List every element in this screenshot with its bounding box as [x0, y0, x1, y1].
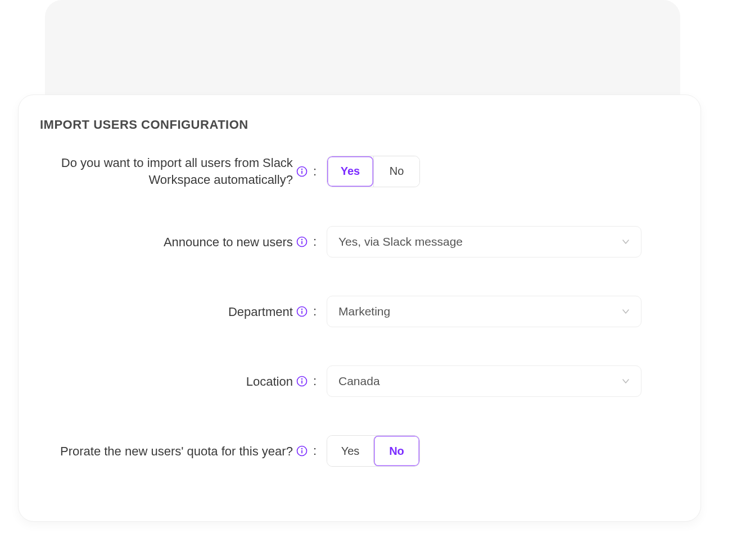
import-users-config-card: IMPORT USERS CONFIGURATION Do you want t… — [18, 94, 701, 522]
label-col: Announce to new users : — [40, 234, 327, 251]
prorate-no-button[interactable]: No — [373, 436, 419, 466]
row-announce: Announce to new users : Yes, via Slack m… — [40, 226, 674, 258]
department-label: Department — [228, 304, 293, 320]
svg-rect-14 — [301, 450, 302, 454]
location-select-value: Canada — [338, 374, 380, 388]
announce-select-value: Yes, via Slack message — [338, 235, 463, 249]
row-location: Location : Canada — [40, 365, 674, 397]
location-label: Location — [246, 373, 293, 390]
row-prorate: Prorate the new users' quota for this ye… — [40, 435, 674, 467]
label-col: Location : — [40, 373, 327, 390]
prorate-yes-button[interactable]: Yes — [327, 436, 373, 466]
svg-rect-2 — [301, 170, 302, 174]
import-auto-yes-button[interactable]: Yes — [327, 156, 373, 187]
form-rows: Do you want to import all users from Sla… — [40, 155, 674, 467]
label-col: Prorate the new users' quota for this ye… — [40, 443, 327, 460]
row-department: Department : Marketing — [40, 296, 674, 327]
svg-point-7 — [301, 309, 302, 310]
import-auto-toggle: Yes No — [327, 156, 420, 187]
svg-point-4 — [301, 239, 302, 240]
control-col: Yes No — [327, 435, 674, 467]
colon: : — [313, 374, 317, 389]
svg-rect-11 — [301, 381, 302, 384]
control-col: Yes No — [327, 156, 674, 187]
announce-select[interactable]: Yes, via Slack message — [327, 226, 641, 258]
svg-point-10 — [301, 378, 302, 380]
info-icon[interactable] — [296, 236, 308, 247]
chevron-down-icon — [622, 308, 630, 315]
info-icon[interactable] — [296, 306, 308, 317]
svg-point-1 — [301, 168, 302, 169]
import-auto-label: Do you want to import all users from Sla… — [46, 155, 293, 188]
svg-rect-8 — [301, 311, 302, 314]
info-icon[interactable] — [296, 445, 308, 457]
info-icon[interactable] — [296, 166, 308, 177]
svg-rect-5 — [301, 241, 302, 245]
row-import-auto: Do you want to import all users from Sla… — [40, 155, 674, 188]
location-select[interactable]: Canada — [327, 365, 641, 397]
svg-point-13 — [301, 448, 302, 449]
department-select[interactable]: Marketing — [327, 296, 641, 327]
colon: : — [313, 304, 317, 319]
card-title: IMPORT USERS CONFIGURATION — [40, 118, 674, 132]
department-select-value: Marketing — [338, 305, 390, 318]
chevron-down-icon — [622, 377, 630, 385]
chevron-down-icon — [622, 238, 630, 246]
label-col: Do you want to import all users from Sla… — [40, 155, 327, 188]
info-icon[interactable] — [296, 376, 308, 387]
control-col: Yes, via Slack message — [327, 226, 674, 258]
colon: : — [313, 444, 317, 458]
prorate-toggle: Yes No — [327, 435, 420, 467]
colon: : — [313, 164, 317, 179]
control-col: Canada — [327, 365, 674, 397]
label-col: Department : — [40, 304, 327, 320]
import-auto-no-button[interactable]: No — [373, 156, 419, 187]
colon: : — [313, 234, 317, 249]
announce-label: Announce to new users — [164, 234, 293, 251]
control-col: Marketing — [327, 296, 674, 327]
prorate-label: Prorate the new users' quota for this ye… — [60, 443, 293, 460]
